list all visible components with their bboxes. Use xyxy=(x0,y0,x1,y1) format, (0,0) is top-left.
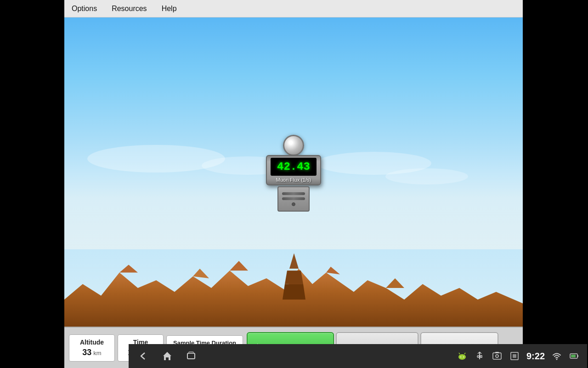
svg-line-19 xyxy=(464,353,465,354)
recents-button[interactable] xyxy=(184,349,198,363)
detector-vent-2 xyxy=(282,197,305,200)
altitude-box: Altitude 33 km xyxy=(69,334,115,362)
display-screen: 42.43 xyxy=(271,158,317,176)
detector-dot xyxy=(292,202,295,206)
svg-rect-13 xyxy=(187,353,195,359)
screenshot-icon xyxy=(509,351,520,362)
altitude-unit: km xyxy=(93,350,101,356)
svg-point-15 xyxy=(458,354,466,360)
menu-bar: Options Resources Help xyxy=(64,0,523,17)
altitude-label: Altitude xyxy=(76,339,108,346)
cloud-4 xyxy=(385,168,468,184)
home-button[interactable] xyxy=(160,349,175,363)
svg-point-17 xyxy=(463,356,464,357)
svg-point-23 xyxy=(477,356,479,357)
back-button[interactable] xyxy=(136,349,151,363)
svg-rect-24 xyxy=(481,356,482,357)
svg-marker-3 xyxy=(285,270,303,284)
svg-point-26 xyxy=(496,355,498,357)
muon-flux-value: 42.43 xyxy=(275,161,312,173)
black-bar-right xyxy=(523,0,588,368)
android-icon xyxy=(457,351,468,362)
menu-options[interactable]: Options xyxy=(69,3,100,15)
altitude-value: 33 xyxy=(82,348,91,357)
svg-rect-27 xyxy=(495,352,499,353)
black-bar-left xyxy=(0,0,64,368)
svg-line-18 xyxy=(459,353,460,354)
svg-rect-25 xyxy=(493,353,501,359)
svg-point-30 xyxy=(556,359,558,360)
detector-device: 42.43 Muon Flux (1/s) xyxy=(266,135,321,212)
terrain xyxy=(64,249,523,327)
svg-rect-33 xyxy=(577,355,578,357)
photo-icon xyxy=(492,351,503,362)
clouds xyxy=(64,17,523,249)
svg-rect-32 xyxy=(571,355,576,357)
svg-marker-4 xyxy=(283,284,305,300)
usb-icon xyxy=(474,351,485,362)
sensor-orb xyxy=(283,135,304,156)
menu-resources[interactable]: Resources xyxy=(109,3,149,15)
scene-area: 42.43 Muon Flux (1/s) xyxy=(64,17,523,327)
system-time: 9:22 xyxy=(526,351,545,362)
svg-rect-14 xyxy=(189,352,193,353)
menu-help[interactable]: Help xyxy=(159,3,180,15)
svg-rect-29 xyxy=(513,354,516,358)
display-box: 42.43 Muon Flux (1/s) xyxy=(266,155,321,185)
system-bar: 9:22 xyxy=(129,344,587,368)
app-container: Options Resources Help xyxy=(64,0,523,368)
detector-vent-1 xyxy=(282,192,305,195)
detector-body xyxy=(277,186,310,212)
muon-flux-label: Muon Flux (1/s) xyxy=(271,177,317,183)
svg-point-16 xyxy=(460,356,461,357)
wifi-icon xyxy=(551,351,562,362)
svg-marker-12 xyxy=(163,352,171,360)
battery-icon xyxy=(569,351,580,362)
